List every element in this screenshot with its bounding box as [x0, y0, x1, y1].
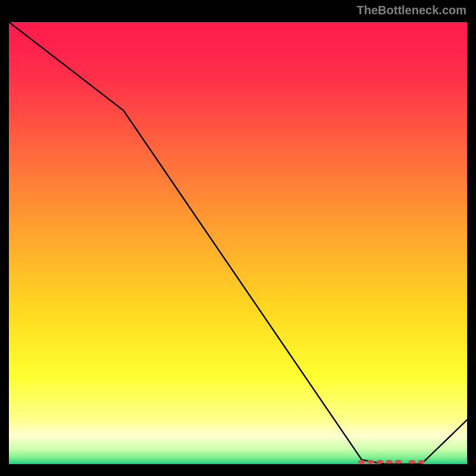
chart-curve	[9, 22, 467, 464]
attribution-text: TheBottleneck.com	[357, 4, 466, 17]
chart-container: TheBottleneck.com	[0, 0, 476, 476]
chart-marker-dot	[418, 460, 425, 464]
chart-line-layer	[9, 22, 467, 464]
chart-marker-dot	[395, 460, 402, 464]
plot-area	[9, 22, 467, 464]
chart-marker-dot	[358, 460, 365, 464]
chart-marker-dot	[367, 460, 374, 464]
chart-marker-dot	[409, 460, 416, 464]
chart-marker-dot	[386, 460, 393, 464]
chart-marker-dot	[377, 460, 384, 464]
